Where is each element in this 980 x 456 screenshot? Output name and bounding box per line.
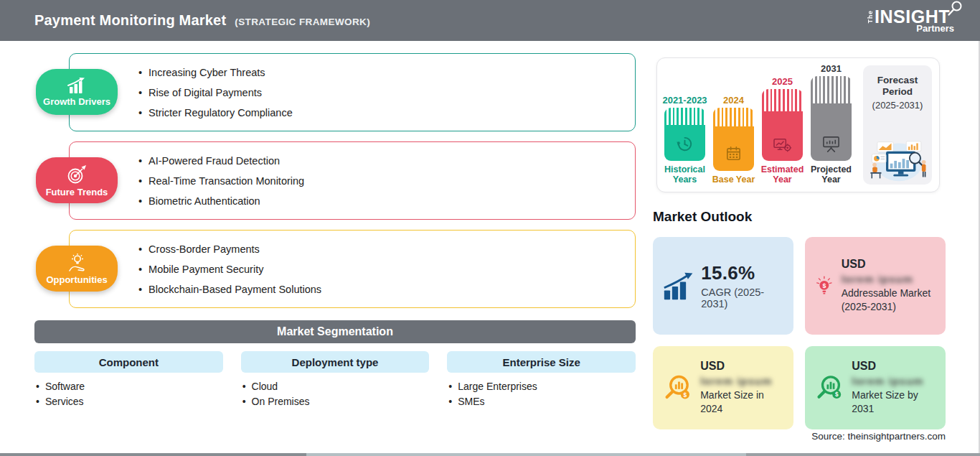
list-item: Mobile Payment Security bbox=[138, 259, 321, 279]
masked-value: lorem ipsum bbox=[852, 375, 936, 387]
forecast-title: Forecast Period bbox=[863, 75, 932, 98]
segment-title: Component bbox=[34, 351, 223, 373]
growth-drivers-section: Increasing Cyber Threats Rise of Digital… bbox=[34, 53, 636, 131]
clock-history-icon bbox=[676, 135, 694, 153]
list-item: Software bbox=[36, 379, 223, 394]
future-trends-list: AI-Powered Fraud Detection Real-Time Tra… bbox=[138, 151, 304, 211]
segment-title: Deployment type bbox=[241, 351, 430, 373]
insight-partners-logo: The INSIGHT Partners bbox=[867, 8, 956, 33]
target-dart-icon bbox=[66, 164, 88, 185]
monitor-gear-icon bbox=[773, 136, 792, 153]
historical-years-bar: 2021-2023 Historical Years bbox=[664, 95, 705, 185]
segment-enterprise-size: Enterprise Size Large Enterprises SMEs bbox=[447, 351, 636, 409]
list-item: Cross-Border Payments bbox=[138, 239, 321, 259]
list-item: Stricter Regulatory Compliance bbox=[138, 103, 293, 123]
bar-label: Projected Year bbox=[808, 164, 855, 185]
addressable-market-card: $ USD lorem ipsum Addressable Market (20… bbox=[805, 237, 946, 335]
analytics-illustration bbox=[864, 137, 931, 183]
segment-component: Component Software Services bbox=[34, 351, 223, 409]
growth-drivers-box: Increasing Cyber Threats Rise of Digital… bbox=[69, 53, 636, 131]
bar bbox=[713, 108, 754, 171]
bar-year: 2021-2023 bbox=[662, 95, 707, 106]
logo-the: The bbox=[867, 10, 874, 23]
magnifier-chart-icon: $ bbox=[815, 372, 844, 404]
timeline-bars: 2021-2023 Historical Years 2024 bbox=[664, 65, 854, 185]
logo-insight: INSIGHT bbox=[875, 8, 956, 26]
bar-label: Estimated Year bbox=[759, 164, 806, 185]
title-group: Payment Monitoring Market (STRATEGIC FRA… bbox=[34, 12, 370, 29]
header-bar: Payment Monitoring Market (STRATEGIC FRA… bbox=[0, 0, 980, 41]
list-item: AI-Powered Fraud Detection bbox=[138, 151, 304, 171]
page-title: Payment Monitoring Market bbox=[34, 12, 226, 29]
currency-label: USD bbox=[852, 360, 936, 373]
growth-chart-icon bbox=[66, 78, 88, 95]
bulb-dollar-icon: $ bbox=[815, 270, 834, 302]
list-item: Blockchain-Based Payment Solutions bbox=[138, 279, 321, 299]
masked-value: lorem ipsum bbox=[700, 375, 783, 387]
card-label: Addressable Market (2025-2031) bbox=[842, 287, 936, 314]
card-label: Market Size in 2024 bbox=[700, 388, 783, 416]
bar-year: 2025 bbox=[772, 76, 793, 87]
magnifier-chart-icon: $ bbox=[663, 372, 692, 404]
bar-label: Base Year bbox=[710, 175, 758, 185]
opportunities-box: Cross-Border Payments Mobile Payment Sec… bbox=[69, 230, 636, 308]
base-year-bar: 2024 Base Year bbox=[713, 95, 754, 185]
hand-bulb-icon bbox=[66, 253, 88, 273]
calendar-icon bbox=[725, 145, 743, 163]
forecast-period-panel: Forecast Period (2025-2031) bbox=[863, 65, 932, 185]
list-item: Increasing Cyber Threats bbox=[138, 62, 293, 83]
future-trends-section: AI-Powered Fraud Detection Real-Time Tra… bbox=[34, 141, 636, 220]
bar bbox=[664, 108, 705, 161]
research-timeline-card: 2021-2023 Historical Years 2024 bbox=[656, 57, 940, 192]
estimated-year-bar: 2025 bbox=[762, 76, 803, 185]
list-item: Biometric Authentication bbox=[138, 191, 304, 211]
list-item: Rise of Digital Payments bbox=[138, 83, 293, 103]
card-label: Market Size by 2031 bbox=[852, 388, 936, 416]
list-item: Services bbox=[36, 394, 223, 409]
list-item: On Premises bbox=[242, 394, 430, 409]
bar-year: 2031 bbox=[821, 63, 842, 74]
opportunities-list: Cross-Border Payments Mobile Payment Sec… bbox=[138, 239, 321, 299]
list-item: Real-Time Transaction Monitoring bbox=[138, 171, 304, 191]
opportunities-badge: Opportunities bbox=[36, 246, 118, 292]
segment-items: Large Enterprises SMEs bbox=[447, 379, 636, 409]
market-size-2031-card: $ USD lorem ipsum Market Size by 2031 bbox=[805, 346, 946, 429]
segment-items: Software Services bbox=[34, 379, 223, 409]
segmentation-columns: Component Software Services Deployment t… bbox=[34, 351, 636, 409]
bar-label: Historical Years bbox=[661, 164, 709, 185]
badge-label: Growth Drivers bbox=[43, 96, 110, 107]
bar-year: 2024 bbox=[723, 95, 744, 106]
bar bbox=[811, 76, 852, 161]
growth-drivers-badge: Growth Drivers bbox=[36, 69, 118, 115]
svg-text:$: $ bbox=[684, 391, 687, 399]
cagr-growth-icon bbox=[663, 271, 693, 301]
opportunities-section: Cross-Border Payments Mobile Payment Sec… bbox=[34, 230, 636, 308]
market-outlook-title: Market Outlook bbox=[653, 209, 752, 225]
svg-text:$: $ bbox=[835, 391, 839, 398]
segment-deployment-type: Deployment type Cloud On Premises bbox=[241, 351, 430, 409]
list-item: SMEs bbox=[448, 394, 636, 409]
svg-text:$: $ bbox=[822, 282, 826, 289]
segment-items: Cloud On Premises bbox=[241, 379, 430, 409]
masked-value: lorem ipsum bbox=[842, 273, 936, 285]
projected-year-bar: 2031 Projected Year bbox=[811, 63, 852, 185]
badge-label: Opportunities bbox=[46, 274, 107, 285]
market-segmentation-header: Market Segmentation bbox=[34, 320, 636, 343]
future-trends-badge: Future Trends bbox=[36, 157, 118, 203]
currency-label: USD bbox=[700, 360, 783, 373]
cagr-value: 15.6% bbox=[701, 262, 783, 284]
source-attribution: Source: theinsightpartners.com bbox=[653, 431, 946, 442]
segment-title: Enterprise Size bbox=[447, 351, 636, 373]
presentation-icon bbox=[821, 135, 841, 153]
currency-label: USD bbox=[842, 258, 936, 271]
cagr-card: 15.6% CAGR (2025-2031) bbox=[653, 237, 793, 335]
list-item: Large Enterprises bbox=[448, 379, 636, 394]
growth-drivers-list: Increasing Cyber Threats Rise of Digital… bbox=[138, 62, 293, 123]
forecast-range: (2025-2031) bbox=[872, 100, 923, 111]
slide-bottom-edge bbox=[0, 453, 980, 456]
list-item: Cloud bbox=[242, 379, 430, 394]
page-subtitle: (STRATEGIC FRAMEWORK) bbox=[235, 17, 370, 27]
magnifier-icon bbox=[947, 1, 963, 17]
market-size-2024-card: $ USD lorem ipsum Market Size in 2024 bbox=[653, 346, 793, 429]
bar bbox=[762, 89, 803, 161]
